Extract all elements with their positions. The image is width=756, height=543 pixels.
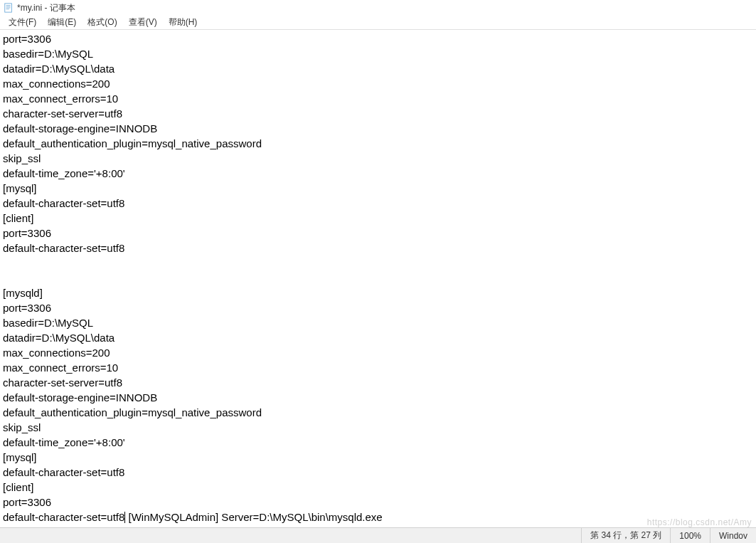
text-line: default_authentication_plugin=mysql_nati… [3,136,753,151]
text-line: port=3306 [3,300,753,315]
window-title: *my.ini - 记事本 [17,2,75,14]
text-line: datadir=D:\MySQL\data [3,330,753,345]
text-line: port=3306 [3,226,753,241]
text-line: default-storage-engine=INNODB [3,121,753,136]
text-line: max_connections=200 [3,76,753,91]
text-line: [client] [3,211,753,226]
text-line: skip_ssl [3,420,753,435]
menu-help[interactable]: 帮助(H) [163,15,203,30]
text-line: default-time_zone='+8:00' [3,166,753,181]
text-line: default_authentication_plugin=mysql_nati… [3,405,753,420]
text-line: character-set-server=utf8 [3,106,753,121]
title-bar: *my.ini - 记事本 [0,0,756,16]
text-line: port=3306 [3,495,753,510]
text-line [3,270,753,285]
text-line: default-storage-engine=INNODB [3,390,753,405]
text-line: [mysqld] [3,285,753,300]
text-line: max_connect_errors=10 [3,91,753,106]
text-line: [mysql] [3,181,753,196]
menu-file[interactable]: 文件(F) [3,15,42,30]
text-line: datadir=D:\MySQL\data [3,61,753,76]
text-editor[interactable]: port=3306basedir=D:\MySQLdatadir=D:\MySQ… [0,30,756,527]
text-line: port=3306 [3,31,753,46]
text-line: [client] [3,480,753,495]
status-platform: Windov [710,528,756,543]
menu-format[interactable]: 格式(O) [82,15,122,30]
text-line [3,255,753,270]
watermark-text: https://blog.csdn.net/Amy [647,517,752,527]
menu-bar: 文件(F) 编辑(E) 格式(O) 查看(V) 帮助(H) [0,16,756,30]
text-segment: [WinMySQLAdmin] Server=D:\MySQL\bin\mysq… [125,511,382,523]
status-zoom: 100% [670,528,710,543]
menu-edit[interactable]: 编辑(E) [42,15,82,30]
status-position: 第 34 行，第 27 列 [581,528,670,543]
text-line: [mysql] [3,450,753,465]
text-line: default-character-set=utf8 [WinMySQLAdmi… [3,510,753,524]
text-line: default-time_zone='+8:00' [3,435,753,450]
text-line: basedir=D:\MySQL [3,46,753,61]
text-segment: default-character-set=utf8 [3,511,124,523]
text-line: default-character-set=utf8 [3,241,753,255]
text-line: basedir=D:\MySQL [3,315,753,330]
text-line: default-character-set=utf8 [3,196,753,211]
text-line: max_connections=200 [3,345,753,360]
text-line: skip_ssl [3,151,753,166]
text-line: default-character-set=utf8 [3,465,753,480]
text-line: max_connect_errors=10 [3,360,753,375]
notepad-icon [3,2,14,14]
menu-view[interactable]: 查看(V) [123,15,163,30]
text-line: character-set-server=utf8 [3,375,753,390]
status-bar: 第 34 行，第 27 列 100% Windov [0,527,756,543]
